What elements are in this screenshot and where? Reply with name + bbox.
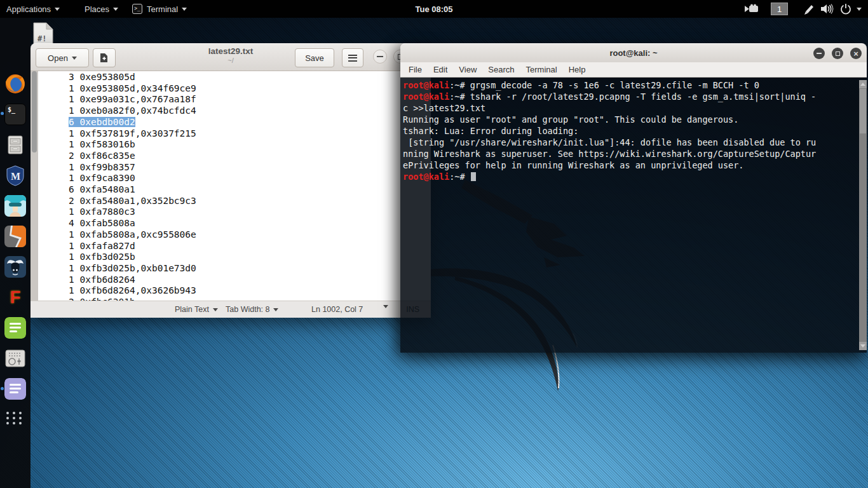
terminal-line: root@kali:~# grgsm_decode -a 78 -s 1e6 -… [403, 79, 816, 91]
minimize-icon [817, 53, 822, 54]
editor-line: 1 0xfb6d8264,0x3626b943 [69, 285, 431, 297]
tab-width-selector[interactable]: Tab Width: 8 [226, 305, 278, 314]
purple-editor-icon [4, 378, 26, 400]
minimize-button[interactable] [373, 50, 387, 64]
editor-line: 1 0xf9ca8390 [69, 173, 431, 184]
document-title: latest29.txt [31, 46, 431, 56]
armitage-icon [4, 195, 26, 217]
editor-line: 1 0xf99b8357 [69, 162, 431, 173]
input-pen-icon[interactable] [802, 3, 815, 15]
scroll-up-button[interactable] [859, 80, 867, 88]
dock-metasploit[interactable]: M [4, 165, 26, 186]
dock-files[interactable] [4, 134, 26, 156]
editor-line: 2 0xfa5480a1,0x352bc9c3 [69, 196, 431, 207]
menu-terminal[interactable]: Terminal [520, 65, 563, 74]
gedit-window: Open latest29.txt ~/ Save 3 0xe953805d1 … [31, 43, 431, 318]
terminal-output: root@kali:~# grgsm_decode -a 78 -s 1e6 -… [403, 79, 816, 182]
chevron-down-icon[interactable] [857, 8, 862, 11]
editor-line: 1 0xfb6d8264 [69, 274, 431, 286]
editor-line: 2 0xf86c835e [69, 151, 431, 162]
editor-line: 6 0xebdb00d2 [69, 117, 431, 128]
chevron-down-icon [383, 305, 388, 308]
dock-text-editor-purple[interactable] [4, 378, 26, 400]
terminal-titlebar[interactable]: root@kali: ~ × [400, 43, 867, 62]
terminal-line: [string "/usr/share/wireshark/init.lua"]… [403, 137, 816, 148]
close-icon: × [853, 50, 858, 58]
gedit-headerbar: Open latest29.txt ~/ Save [31, 43, 431, 71]
terminal-line: root@kali:~# [403, 171, 816, 182]
top-panel: Applications Places >_ Terminal Tue 08:0… [0, 0, 868, 18]
chevron-down-icon [72, 57, 77, 60]
terminal-window: root@kali: ~ × File Edit View Search Ter… [400, 43, 867, 353]
editor-line: 1 0xfafa827d [69, 241, 431, 252]
dock: $_ M [0, 18, 31, 488]
terminal-line: ePrivileges for help in running Wireshar… [403, 159, 816, 171]
save-button[interactable]: Save [295, 48, 334, 67]
scrollbar-thumb[interactable] [860, 89, 866, 133]
terminal-line: nning Wireshark as superuser. See https:… [403, 148, 816, 159]
cursor-position[interactable]: Ln 1002, Col 7 [311, 305, 363, 314]
scrollbar-thumb[interactable] [32, 71, 37, 152]
metasploit-shield-icon: M [4, 165, 26, 186]
scroll-down-button[interactable] [859, 342, 867, 350]
save-button-label: Save [305, 53, 324, 63]
minimize-button[interactable] [813, 48, 825, 59]
editor-line: 1 0xfa7880c3 [69, 207, 431, 218]
dock-burpsuite[interactable] [4, 226, 26, 247]
goto-line-dropdown[interactable] [379, 305, 388, 308]
gedit-statusbar: Plain Text Tab Width: 8 Ln 1002, Col 7 I… [31, 301, 431, 318]
maximize-icon [836, 51, 840, 56]
close-button[interactable]: × [850, 48, 862, 59]
editor-line: 1 0xfab5808a,0xc955806e [69, 229, 431, 241]
gedit-title: latest29.txt ~/ [31, 46, 431, 64]
menu-help[interactable]: Help [563, 65, 592, 74]
terminal-title: root@kali: ~ [609, 48, 657, 58]
document-path: ~/ [31, 57, 431, 64]
terminal-cursor [471, 172, 476, 181]
burpsuite-icon [4, 226, 26, 247]
language-label: Plain Text [175, 305, 209, 314]
show-applications-button[interactable] [6, 412, 23, 424]
menu-view[interactable]: View [453, 65, 482, 74]
script-icon-label: #! [37, 34, 46, 43]
language-selector[interactable]: Plain Text [175, 305, 218, 314]
hamburger-icon [348, 53, 357, 63]
dock-armitage[interactable] [4, 195, 26, 217]
dock-beef[interactable] [4, 256, 26, 278]
workspace-indicator[interactable]: 1 [771, 3, 788, 15]
beef-bull-icon [4, 256, 26, 278]
clock[interactable]: Tue 08:05 [0, 0, 868, 18]
dock-sdr-tool[interactable] [4, 348, 26, 369]
editor-text-area[interactable]: 3 0xe953805d1 0xe953805d,0x34f69ce91 0xe… [38, 71, 431, 301]
terminal-menubar: File Edit View Search Terminal Help [400, 62, 867, 78]
editor-line: 1 0xf583016b [69, 139, 431, 151]
volume-icon[interactable] [820, 3, 834, 15]
dock-terminal[interactable]: $_ [4, 104, 26, 125]
power-icon[interactable] [840, 3, 851, 15]
maximize-button[interactable] [832, 48, 843, 59]
editor-line: 1 0xe99a031c,0x767aa18f [69, 94, 431, 105]
editor-line: 1 0xfb3d025b [69, 252, 431, 263]
menu-file[interactable]: File [403, 65, 428, 74]
chevron-down-icon [273, 308, 278, 311]
terminal-scrollbar[interactable] [859, 80, 867, 350]
svg-text:M: M [11, 171, 20, 182]
editor-line: 6 0xfa5480a1 [69, 184, 431, 196]
editor-scrollbar[interactable] [31, 71, 38, 301]
system-tray: 1 [744, 0, 868, 18]
cursor-position-label: Ln 1002, Col 7 [311, 305, 363, 314]
terminal-line: tshark: Lua: Error during loading: [403, 125, 816, 137]
dock-text-editor-green[interactable] [4, 317, 26, 339]
menu-edit[interactable]: Edit [428, 65, 453, 74]
dock-faraday[interactable]: F [4, 287, 26, 308]
screen-recorder-icon[interactable] [744, 4, 761, 14]
running-indicator [1, 112, 4, 115]
editor-line: 1 0xeb0a82f0,0x74bcfdc4 [69, 105, 431, 117]
new-document-button[interactable] [93, 48, 116, 67]
hamburger-menu-button[interactable] [342, 48, 363, 67]
terminal-content[interactable]: root@kali:~# grgsm_decode -a 78 -s 1e6 -… [400, 78, 867, 353]
dock-firefox[interactable] [4, 73, 26, 95]
menu-search[interactable]: Search [482, 65, 520, 74]
open-button[interactable]: Open [36, 48, 89, 67]
minimize-icon [377, 56, 383, 57]
